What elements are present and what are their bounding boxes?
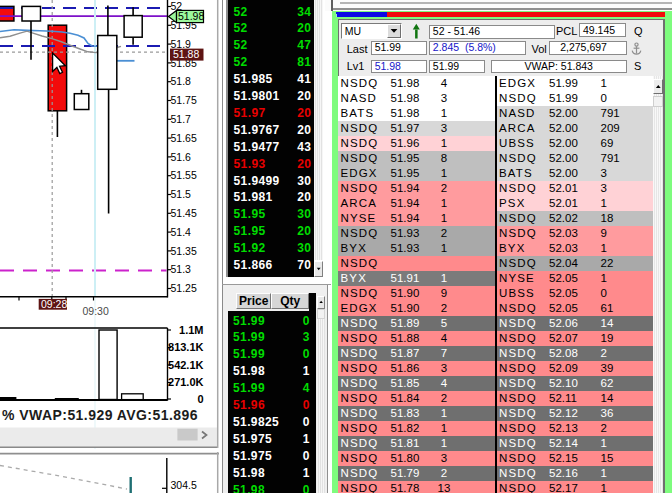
svg-text:09:28: 09:28 — [41, 298, 67, 310]
svg-text:51.6: 51.6 — [171, 151, 192, 163]
svg-text:% VWAP:51.929 AVG:51.896: % VWAP:51.929 AVG:51.896 — [2, 407, 198, 423]
svg-text:51.35: 51.35 — [171, 245, 197, 257]
svg-text:51.75: 51.75 — [171, 94, 197, 106]
svg-text:51.7: 51.7 — [171, 113, 192, 125]
svg-text:51.65: 51.65 — [171, 132, 197, 144]
svg-text:51.55: 51.55 — [171, 169, 197, 181]
svg-text:51.8: 51.8 — [171, 75, 192, 87]
svg-text:51.5: 51.5 — [171, 188, 192, 200]
svg-text:51.25: 51.25 — [171, 282, 197, 294]
svg-text:0: 0 — [197, 393, 203, 405]
svg-text:542.1K: 542.1K — [168, 359, 204, 371]
svg-text:271.0K: 271.0K — [168, 376, 204, 388]
svg-text:51.88: 51.88 — [173, 48, 199, 60]
svg-text:1.1M: 1.1M — [179, 324, 203, 336]
svg-text:51.3: 51.3 — [171, 263, 192, 275]
svg-text:09:30: 09:30 — [83, 305, 109, 317]
svg-text:51.4: 51.4 — [171, 226, 192, 238]
svg-text:813.1K: 813.1K — [168, 341, 204, 353]
svg-text:304.5: 304.5 — [171, 479, 197, 491]
svg-text:51.98: 51.98 — [178, 10, 204, 22]
svg-text:51.45: 51.45 — [171, 207, 197, 219]
